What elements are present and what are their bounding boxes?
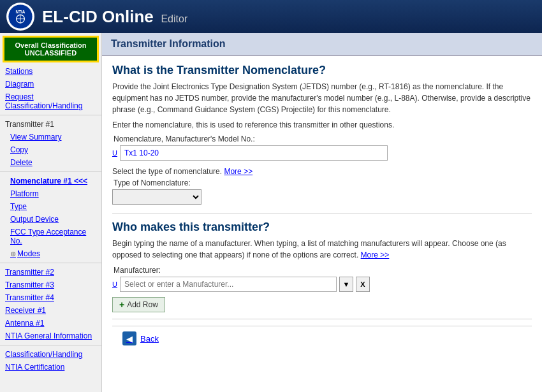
manufacturer-marker[interactable]: U xyxy=(112,280,117,288)
sidebar-item-ntia-certification[interactable]: NTIA Certification xyxy=(0,361,101,374)
manufacturer-more-link[interactable]: More >> xyxy=(361,250,390,259)
back-label: Back xyxy=(140,334,159,344)
sidebar-item-diagram[interactable]: Diagram xyxy=(0,78,101,91)
classification-title: Overall Classification xyxy=(7,41,94,49)
classification-value: UNCLASSIFIED xyxy=(7,49,94,57)
type-nomenclature-select[interactable] xyxy=(112,189,201,205)
sidebar-item-view-summary[interactable]: View Summary xyxy=(0,131,101,143)
sidebar-item-transmitter4[interactable]: Transmitter #4 xyxy=(0,291,101,304)
app-header: NTIA EL-CID Online Editor xyxy=(0,0,542,33)
back-arrow-icon: ◀ xyxy=(122,331,136,345)
app-subtitle: Editor xyxy=(161,13,187,24)
sidebar-item-platform[interactable]: Platform xyxy=(0,187,101,200)
nomenclature-field-label: Nomenclature, Manufacturer's Model No.: xyxy=(112,134,532,143)
sidebar-item-request-classification[interactable]: Request Classification/Handling xyxy=(0,91,101,112)
manufacturer-input[interactable] xyxy=(120,277,337,292)
sidebar-item-copy[interactable]: Copy xyxy=(0,143,101,156)
who-description: Begin typing the name of a manufacturer.… xyxy=(112,238,532,261)
add-row-plus-icon: + xyxy=(119,300,124,310)
app-title-text: EL-CID Online Editor xyxy=(42,7,187,27)
sidebar-item-modes[interactable]: ⊕Modes xyxy=(0,247,101,260)
manufacturer-field-label: Manufacturer: xyxy=(112,266,532,275)
sidebar: Overall Classification UNCLASSIFIED Stat… xyxy=(0,33,102,392)
nomenclature-enter-text: Enter the nomenclature, this is used to … xyxy=(112,120,532,129)
footer-bar: ◀ Back xyxy=(112,326,532,351)
sidebar-item-receiver1[interactable]: Receiver #1 xyxy=(0,304,101,317)
add-row-button[interactable]: + Add Row xyxy=(112,297,165,312)
sidebar-item-transmitter1: Transmitter #1 xyxy=(0,118,101,131)
who-section-title: Who makes this transmitter? xyxy=(112,221,532,234)
nomenclature-input-row: U xyxy=(112,145,532,161)
app-title: EL-CID Online xyxy=(42,7,154,26)
sidebar-item-transmitter3[interactable]: Transmitter #3 xyxy=(0,279,101,291)
app-logo: NTIA xyxy=(6,3,34,31)
sidebar-item-stations[interactable]: Stations xyxy=(0,65,101,78)
add-row-label: Add Row xyxy=(127,300,158,309)
nomenclature-section-title: What is the Transmitter Nomenclature? xyxy=(112,64,532,77)
nomenclature-input[interactable] xyxy=(120,145,388,161)
sidebar-item-ntia-general[interactable]: NTIA General Information xyxy=(0,330,101,342)
sidebar-item-nomenclature1[interactable]: Nomenclature #1 <<< xyxy=(0,175,101,187)
sidebar-item-delete[interactable]: Delete xyxy=(0,156,101,169)
nomenclature-marker[interactable]: U xyxy=(112,149,117,157)
page-header: Transmitter Information xyxy=(102,33,542,56)
select-type-label: Select the type of nomenclature. More >> xyxy=(112,167,532,176)
modes-plus-icon: ⊕ xyxy=(10,250,16,258)
back-button[interactable]: ◀ Back xyxy=(122,331,159,345)
nomenclature-more-link[interactable]: More >> xyxy=(224,167,253,176)
type-dropdown-row xyxy=(112,189,532,205)
content-area: What is the Transmitter Nomenclature? Pr… xyxy=(102,56,542,358)
sidebar-item-transmitter2[interactable]: Transmitter #2 xyxy=(0,266,101,279)
main-content: Transmitter Information What is the Tran… xyxy=(102,33,542,392)
sidebar-item-output-device[interactable]: Output Device xyxy=(0,213,101,226)
type-nomenclature-label: Type of Nomenclature: xyxy=(112,178,532,187)
manufacturer-dropdown-button[interactable]: ▼ xyxy=(339,277,353,292)
sidebar-item-classification-handling[interactable]: Classification/Handling xyxy=(0,348,101,361)
manufacturer-input-row: U ▼ X xyxy=(112,277,532,292)
manufacturer-clear-button[interactable]: X xyxy=(356,277,370,292)
classification-box[interactable]: Overall Classification UNCLASSIFIED xyxy=(3,36,99,62)
svg-text:NTIA: NTIA xyxy=(16,10,26,14)
sidebar-item-antenna1[interactable]: Antenna #1 xyxy=(0,317,101,330)
nomenclature-description: Provide the Joint Electronics Type Desig… xyxy=(112,81,532,115)
sidebar-item-fcc-type[interactable]: FCC Type Acceptance No. xyxy=(0,226,101,247)
sidebar-item-type[interactable]: Type xyxy=(0,200,101,213)
